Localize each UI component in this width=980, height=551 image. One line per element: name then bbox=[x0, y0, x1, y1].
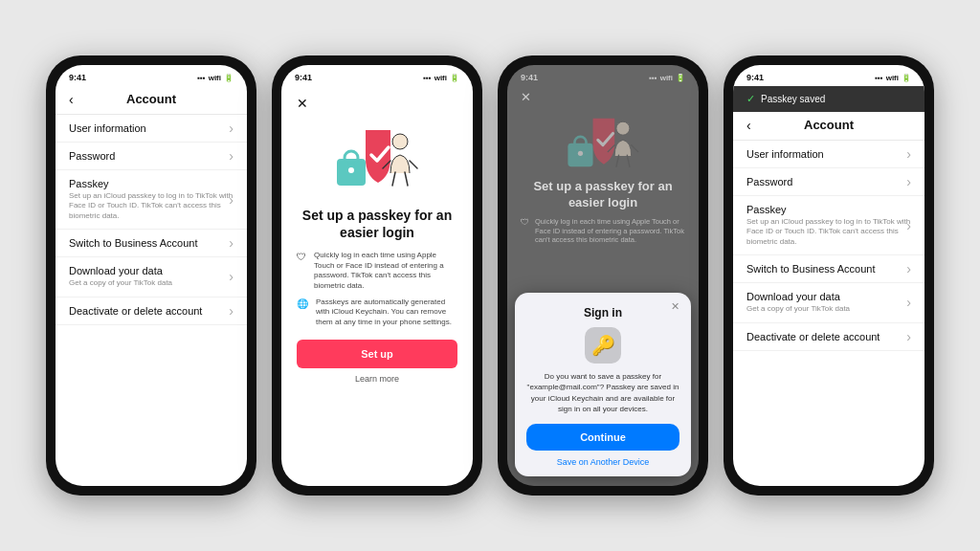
battery-icon-2: 🔋 bbox=[450, 74, 459, 82]
passkey-saved-banner-4: ✓ Passkey saved bbox=[733, 86, 924, 112]
menu-item-subtitle: Set up an iCloud passkey to log in to Ti… bbox=[69, 191, 234, 221]
phone-4: 9:41 ▪▪▪ wifi 🔋 ✓ Passkey saved ‹ Accoun… bbox=[724, 55, 934, 496]
menu-item-title: User information bbox=[746, 148, 911, 160]
phone-1: 9:41 ▪▪▪ wifi 🔋 ‹ Account User informati… bbox=[46, 55, 256, 496]
status-bar-3: 9:41 ▪▪▪ wifi 🔋 bbox=[507, 65, 699, 86]
menu-item-title: Deactivate or delete account bbox=[69, 305, 234, 317]
status-bar-4: 9:41 ▪▪▪ wifi 🔋 bbox=[733, 65, 924, 86]
signal-icon-1: ▪▪▪ bbox=[197, 74, 206, 82]
signal-icon-2: ▪▪▪ bbox=[423, 74, 432, 82]
banner-text-4: Passkey saved bbox=[761, 94, 825, 104]
phone-3: 9:41 ▪▪▪ wifi 🔋 ✕ bbox=[498, 55, 708, 496]
status-bar-2: 9:41 ▪▪▪ wifi 🔋 bbox=[281, 65, 473, 86]
back-button-1[interactable]: ‹ bbox=[69, 92, 74, 107]
menu-item-title: Switch to Business Account bbox=[746, 263, 911, 275]
menu-item-passkey-4[interactable]: Passkey Set up an iCloud passkey to log … bbox=[733, 196, 924, 255]
globe-feature-icon: 🌐 bbox=[297, 298, 308, 309]
menu-item-business-1[interactable]: Switch to Business Account bbox=[56, 230, 247, 257]
setup-title-2: Set up a passkey for an easier login bbox=[297, 207, 457, 241]
feature-text-1: Quickly log in each time using Apple Tou… bbox=[314, 251, 457, 291]
time-1: 9:41 bbox=[69, 73, 86, 82]
overlay-title-3: Set up a passkey for an easier login bbox=[521, 179, 685, 211]
svg-line-13 bbox=[632, 145, 638, 152]
menu-item-business-4[interactable]: Switch to Business Account bbox=[733, 255, 924, 283]
setup-button-2[interactable]: Set up bbox=[297, 340, 457, 368]
close-button-3-bg: ✕ bbox=[521, 90, 685, 104]
svg-line-15 bbox=[627, 155, 630, 166]
account-title-1: Account bbox=[126, 92, 176, 106]
menu-item-password-4[interactable]: Password bbox=[733, 168, 924, 196]
setup-feature-1: 🛡 Quickly log in each time using Apple T… bbox=[297, 251, 457, 291]
battery-icon-3: 🔋 bbox=[676, 74, 685, 82]
menu-item-deactivate-4[interactable]: Deactivate or delete account bbox=[733, 323, 924, 351]
signin-title-3: Sign in bbox=[526, 306, 679, 320]
menu-item-title: Download your data bbox=[746, 291, 911, 302]
wifi-icon-4: wifi bbox=[886, 74, 899, 82]
battery-icon-4: 🔋 bbox=[902, 74, 911, 82]
continue-button-3[interactable]: Continue bbox=[526, 424, 679, 451]
signin-desc-3: Do you want to save a passkey for "examp… bbox=[526, 371, 679, 414]
overlay-feature-text-3: Quickly log in each time using Apple Tou… bbox=[535, 217, 685, 245]
passkey-illustration-2 bbox=[297, 115, 457, 201]
menu-item-deactivate-1[interactable]: Deactivate or delete account bbox=[56, 298, 247, 325]
time-3: 9:41 bbox=[521, 73, 538, 82]
menu-item-download-1[interactable]: Download your data Get a copy of your Ti… bbox=[56, 257, 247, 297]
menu-item-title: User information bbox=[69, 122, 234, 134]
status-icons-1: ▪▪▪ wifi 🔋 bbox=[197, 74, 234, 82]
phone-4-screen: 9:41 ▪▪▪ wifi 🔋 ✓ Passkey saved ‹ Accoun… bbox=[733, 65, 924, 486]
back-button-4[interactable]: ‹ bbox=[746, 118, 751, 133]
signal-icon-3: ▪▪▪ bbox=[649, 74, 657, 82]
battery-icon-1: 🔋 bbox=[224, 74, 234, 82]
svg-point-11 bbox=[616, 121, 630, 135]
overlay-feature-3: 🛡 Quickly log in each time using Apple T… bbox=[521, 217, 685, 245]
wifi-icon-3: wifi bbox=[660, 74, 673, 82]
setup-feature-2: 🌐 Passkeys are automatically generated w… bbox=[297, 298, 457, 327]
menu-item-password-1[interactable]: Password bbox=[56, 143, 247, 170]
modal-close-3[interactable]: ✕ bbox=[671, 300, 679, 313]
signal-icon-4: ▪▪▪ bbox=[875, 74, 883, 82]
menu-item-user-info-4[interactable]: User information bbox=[733, 141, 924, 168]
phone-2: 9:41 ▪▪▪ wifi 🔋 ✕ bbox=[272, 55, 482, 496]
status-icons-2: ▪▪▪ wifi 🔋 bbox=[423, 74, 459, 82]
menu-item-title: Passkey bbox=[746, 204, 911, 215]
account-header-1: ‹ Account bbox=[56, 86, 247, 115]
close-button-2[interactable]: ✕ bbox=[297, 96, 457, 111]
save-another-3[interactable]: Save on Another Device bbox=[526, 457, 679, 467]
feature-text-2: Passkeys are automatically generated wit… bbox=[316, 298, 457, 327]
menu-item-download-4[interactable]: Download your data Get a copy of your Ti… bbox=[733, 283, 924, 322]
shield-feature-icon: 🛡 bbox=[297, 252, 306, 262]
signin-modal-3: ✕ Sign in 🔑 Do you want to save a passke… bbox=[515, 293, 691, 476]
check-icon-4: ✓ bbox=[746, 93, 755, 105]
svg-point-10 bbox=[578, 151, 583, 156]
menu-item-passkey-1[interactable]: Passkey Set up an iCloud passkey to log … bbox=[56, 170, 247, 230]
phone-1-screen: 9:41 ▪▪▪ wifi 🔋 ‹ Account User informati… bbox=[56, 65, 247, 486]
menu-item-subtitle: Get a copy of your TikTok data bbox=[746, 304, 911, 314]
menu-item-subtitle: Set up an iCloud passkey to log in to Ti… bbox=[746, 217, 911, 247]
status-icons-3: ▪▪▪ wifi 🔋 bbox=[649, 74, 685, 82]
menu-item-user-info-1[interactable]: User information bbox=[56, 115, 247, 143]
menu-item-title: Password bbox=[746, 176, 911, 187]
menu-item-title: Passkey bbox=[69, 178, 234, 189]
phone-2-screen: 9:41 ▪▪▪ wifi 🔋 ✕ bbox=[281, 65, 473, 486]
menu-list-4: User information Password Passkey Set up… bbox=[733, 141, 924, 486]
scene: 9:41 ▪▪▪ wifi 🔋 ‹ Account User informati… bbox=[0, 0, 980, 551]
status-bar-1: 9:41 ▪▪▪ wifi 🔋 bbox=[56, 65, 247, 86]
setup-screen-2: ✕ bbox=[281, 86, 473, 486]
wifi-icon-1: wifi bbox=[209, 74, 221, 82]
time-2: 9:41 bbox=[295, 73, 312, 82]
learn-more-2[interactable]: Learn more bbox=[297, 374, 457, 384]
time-4: 9:41 bbox=[746, 73, 764, 82]
key-icon-3: 🔑 bbox=[585, 327, 621, 364]
shield-icon-3: 🛡 bbox=[521, 217, 529, 245]
svg-line-6 bbox=[392, 172, 395, 186]
svg-point-2 bbox=[348, 167, 354, 173]
menu-item-title: Download your data bbox=[69, 265, 234, 276]
wifi-icon-2: wifi bbox=[434, 74, 447, 82]
menu-item-title: Password bbox=[69, 150, 234, 162]
illus-3-bg bbox=[521, 110, 685, 175]
menu-list-1: User information Password Passkey Set up… bbox=[56, 115, 247, 486]
svg-point-3 bbox=[392, 134, 408, 149]
menu-item-title: Switch to Business Account bbox=[69, 237, 234, 249]
menu-item-title: Deactivate or delete account bbox=[746, 331, 911, 342]
phone-3-screen: 9:41 ▪▪▪ wifi 🔋 ✕ bbox=[507, 65, 699, 486]
